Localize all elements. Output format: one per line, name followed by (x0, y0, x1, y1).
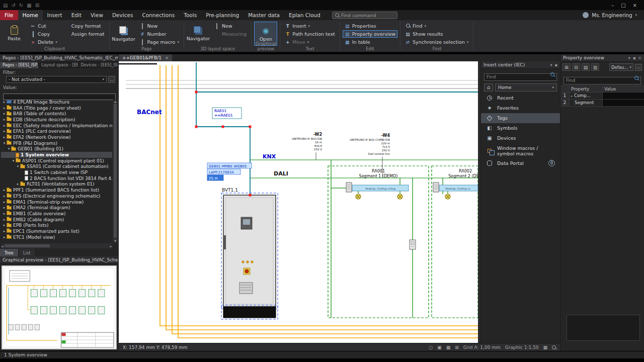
tree-item[interactable]: ETC1 (Model view) (1, 234, 112, 240)
expand-icon[interactable] (2, 200, 7, 204)
layer-icon[interactable] (543, 345, 547, 350)
tree-item[interactable]: ASP01 (Control equipment plant 01) (1, 158, 112, 164)
new-page-button[interactable]: New (138, 22, 181, 30)
grid-size-icon[interactable] (455, 345, 459, 350)
collapse-all-icon[interactable] (572, 63, 580, 71)
insert-center-item-window-macros[interactable]: Window macros / symbol macros (481, 143, 560, 158)
insert-center-item-devices[interactable]: Devices (481, 133, 560, 143)
tree-item[interactable]: EEC (Safety instructions / Implementatio… (1, 123, 112, 129)
tree-item[interactable]: EDB (Structure description) (1, 117, 112, 123)
insert-center-item-symbols[interactable]: Symbols (481, 123, 560, 133)
menu-eplan-cloud[interactable]: Eplan Cloud (284, 10, 325, 20)
expand-icon[interactable] (2, 118, 7, 122)
menu-home[interactable]: Home (18, 10, 43, 20)
tree-vertical-scrollbar[interactable] (113, 99, 118, 243)
tree-item[interactable]: PPF1 (Summarized BACS function list) (1, 187, 112, 193)
find-button[interactable]: Find (403, 22, 470, 30)
tree-item[interactable]: EFA2 (Network Overview) (1, 134, 112, 140)
menu-edit[interactable]: Edit (67, 10, 86, 20)
menu-tools[interactable]: Tools (179, 10, 201, 20)
number-button[interactable]: Number (138, 30, 181, 38)
zoom-icon[interactable] (552, 345, 556, 349)
property-overview-button[interactable]: Property overview (343, 30, 397, 38)
show-results-button[interactable]: Show results (403, 30, 470, 38)
undo-icon[interactable] (11, 3, 15, 8)
insert-center-item-recent[interactable]: Recent (481, 93, 560, 103)
snap-toggle-icon[interactable] (437, 345, 442, 350)
logic-toggle-icon[interactable] (429, 345, 433, 350)
tree-item[interactable]: EPC1 (Summarized parts list) (1, 228, 112, 234)
synchronize-selection-button[interactable]: Synchronize selection (403, 38, 470, 46)
new-layout-button[interactable]: New (212, 22, 249, 30)
expand-icon[interactable] (2, 135, 7, 139)
document-tab[interactable]: ++GEB01&PFB/1 (119, 54, 172, 61)
expand-icon[interactable] (2, 235, 7, 239)
menu-devices[interactable]: Devices (108, 10, 137, 20)
tab-pages[interactable]: Pages - [EES]_ISP_... (0, 62, 39, 68)
tab-devices[interactable]: Devices - [EES]_ISP... (78, 62, 119, 68)
expand-icon[interactable] (2, 218, 7, 222)
control-cabinet[interactable] (221, 193, 278, 319)
panel-menu-icon[interactable] (550, 63, 552, 67)
quick-access-icon[interactable] (27, 3, 31, 8)
property-find-input[interactable] (564, 77, 641, 84)
scheme-more-button[interactable]: ... (635, 64, 642, 71)
menu-insert[interactable]: Insert (43, 10, 67, 20)
expand-icon[interactable] (2, 223, 7, 227)
scrollbar-thumb[interactable] (5, 244, 50, 247)
expand-icon[interactable] (2, 206, 7, 210)
tab-layout-space[interactable]: Layout space - [EE... (39, 62, 78, 68)
tree-item[interactable]: EMB2 (Cable diagram) (1, 217, 112, 223)
collapse-icon[interactable] (16, 164, 20, 168)
tree-item[interactable]: BAA (Title page / cover sheet) (1, 105, 112, 111)
property-row[interactable]: 2 Segment (560, 100, 644, 107)
properties-button[interactable]: Properties (343, 22, 397, 30)
in-table-button[interactable]: In table (343, 38, 397, 46)
menu-connections[interactable]: Connections (137, 10, 179, 20)
scroll-down-icon[interactable] (114, 239, 117, 242)
collapse-icon[interactable] (11, 159, 16, 163)
property-value[interactable] (603, 93, 644, 99)
expand-icon[interactable] (2, 129, 7, 133)
schematic-canvas[interactable]: Heating- Cooling ceiling Heating- Coolin… (119, 61, 478, 343)
close-tab-icon[interactable] (165, 55, 169, 60)
filter-more-button[interactable]: ... (108, 76, 115, 83)
tree-item[interactable]: EMA2 (Terminal diagram) (1, 205, 112, 211)
tree-item[interactable]: GEB01 (Building 01) (1, 146, 112, 152)
insert-center-find-input[interactable] (484, 73, 557, 81)
quick-access-icon[interactable] (35, 3, 39, 8)
breadcrumb[interactable]: Home (495, 83, 557, 92)
bus-device-2[interactable] (433, 183, 439, 192)
menu-file[interactable]: File (0, 10, 18, 20)
copy-button[interactable]: Copy (28, 30, 59, 38)
panel-menu-icon[interactable] (628, 56, 630, 60)
insert-center-item-favorites[interactable]: Favorites (481, 103, 560, 113)
search-icon[interactable] (550, 72, 554, 76)
scroll-up-icon[interactable] (114, 100, 117, 103)
path-function-text-button[interactable]: Path function text (283, 30, 337, 38)
close-window-icon[interactable] (633, 3, 637, 8)
tab-list[interactable]: List (19, 249, 36, 256)
close-panel-icon[interactable] (638, 56, 641, 60)
page-macro-button[interactable]: Page macro (138, 38, 181, 46)
tree-item[interactable]: EPB (Parts lists) (1, 222, 112, 228)
column-view-icon[interactable] (591, 63, 599, 71)
tab-tree[interactable]: Tree (0, 249, 19, 256)
cut-button[interactable]: Cut (28, 22, 59, 30)
expand-icon[interactable] (16, 182, 20, 186)
expand-icon[interactable] (571, 94, 573, 98)
tree-item[interactable]: BAB (Table of contents) (1, 111, 112, 117)
menu-pre-planning[interactable]: Pre-planning (201, 10, 244, 20)
tree-item[interactable]: EMA1 (Terminal-strip overview) (1, 199, 112, 205)
preview-thumbnail[interactable] (2, 265, 117, 349)
tree-item[interactable]: EFS (Electrical engineering schematic) (1, 193, 112, 199)
delete-button[interactable]: Delete (28, 38, 59, 46)
find-command-input[interactable] (341, 13, 391, 18)
home-icon[interactable] (484, 83, 493, 92)
user-menu[interactable]: Ms. Engineering (583, 10, 637, 20)
collapse-icon[interactable] (7, 147, 11, 151)
expand-icon[interactable] (2, 229, 7, 233)
pin-icon[interactable] (633, 56, 635, 60)
insert-text-button[interactable]: Insert (283, 22, 337, 30)
tree-item-selected[interactable]: 1 System overview (1, 152, 112, 158)
